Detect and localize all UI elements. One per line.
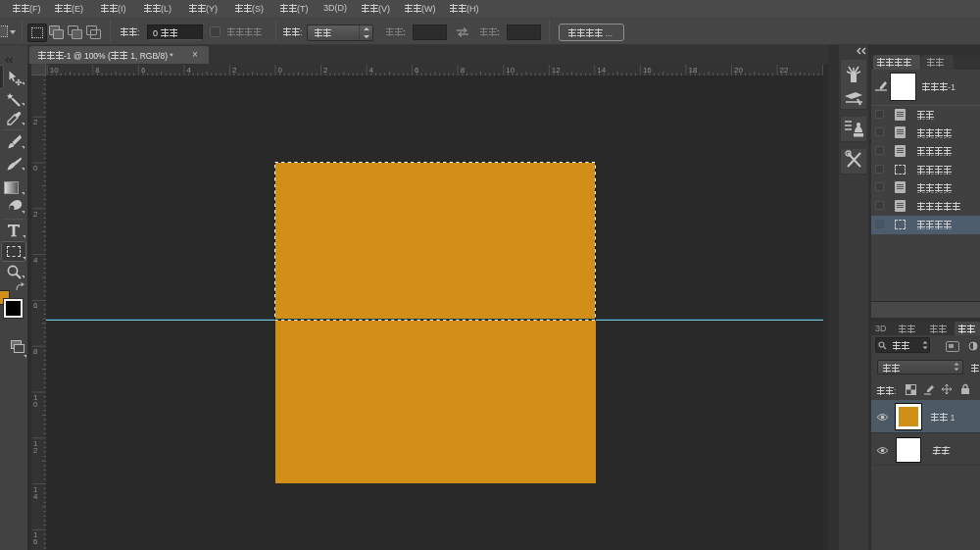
svg-text:10: 10 [50, 66, 59, 75]
svg-text:12: 12 [552, 66, 561, 75]
svg-text:0: 0 [33, 400, 38, 409]
svg-text:4: 4 [369, 66, 374, 75]
svg-text:6: 6 [415, 66, 419, 75]
svg-text:2: 2 [33, 446, 38, 455]
svg-text:2: 2 [33, 118, 38, 126]
svg-text:4: 4 [33, 492, 38, 501]
svg-text:6: 6 [33, 537, 38, 546]
svg-text:8: 8 [95, 66, 100, 75]
svg-text:8: 8 [461, 66, 466, 75]
svg-text:0: 0 [33, 164, 38, 173]
svg-text:2: 2 [323, 66, 328, 75]
svg-text:0: 0 [278, 66, 283, 75]
svg-text:6: 6 [33, 301, 38, 310]
svg-text:16: 16 [643, 66, 652, 75]
svg-text:2: 2 [232, 66, 237, 75]
svg-text:22: 22 [780, 66, 789, 75]
svg-text:6: 6 [141, 66, 146, 75]
svg-text:14: 14 [597, 66, 606, 75]
svg-text:20: 20 [734, 66, 743, 75]
svg-text:4: 4 [186, 66, 191, 75]
svg-text:2: 2 [33, 210, 38, 219]
svg-text:4: 4 [33, 256, 38, 265]
svg-text:8: 8 [33, 347, 38, 356]
svg-text:10: 10 [506, 66, 514, 75]
svg-text:18: 18 [689, 66, 698, 75]
